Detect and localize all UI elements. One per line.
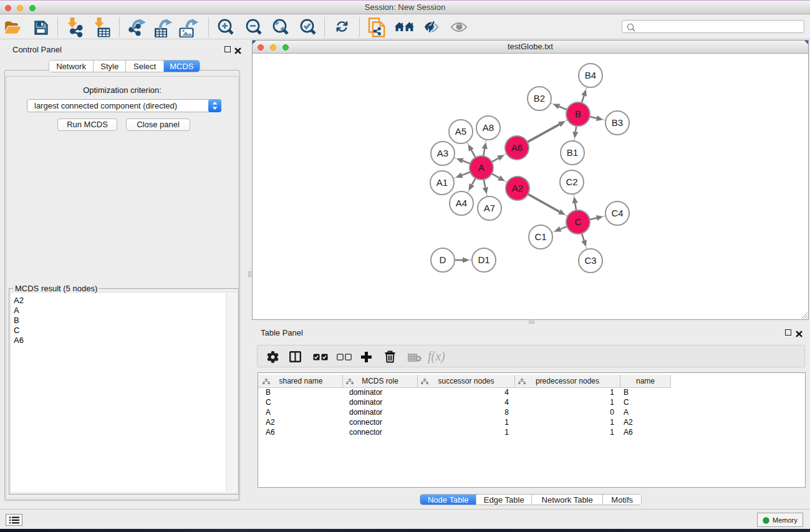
svg-text:A2: A2 — [512, 183, 523, 193]
svg-text:A: A — [478, 162, 485, 173]
svg-text:C1: C1 — [534, 231, 546, 242]
svg-text:B2: B2 — [534, 93, 545, 104]
svg-text:A8: A8 — [483, 122, 494, 133]
svg-text:D1: D1 — [478, 254, 489, 265]
svg-text:C: C — [575, 216, 582, 227]
svg-text:C4: C4 — [611, 208, 623, 218]
svg-text:B: B — [575, 109, 581, 119]
svg-text:A7: A7 — [484, 203, 495, 213]
svg-text:A3: A3 — [437, 148, 448, 158]
svg-text:B4: B4 — [585, 70, 596, 80]
svg-text:C3: C3 — [584, 255, 596, 266]
svg-text:A4: A4 — [456, 198, 467, 208]
svg-text:B3: B3 — [612, 117, 623, 128]
svg-text:A6: A6 — [511, 142, 523, 153]
svg-text:B1: B1 — [567, 147, 578, 158]
svg-text:D: D — [440, 254, 446, 265]
svg-text:A5: A5 — [455, 126, 466, 137]
svg-text:A1: A1 — [436, 177, 448, 188]
svg-text:C2: C2 — [566, 177, 577, 187]
